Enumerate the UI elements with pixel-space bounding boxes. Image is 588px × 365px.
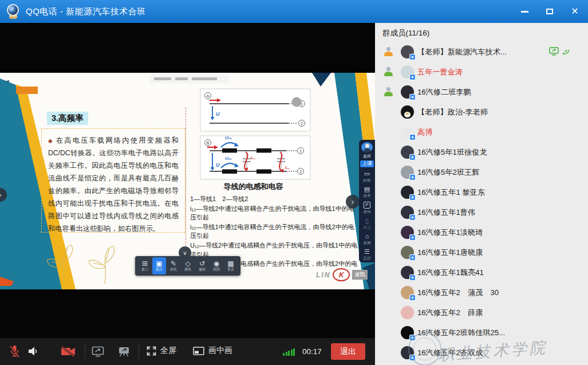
member-row[interactable]: 【老师】政治-李老师	[375, 102, 588, 122]
signal-strength-icon	[283, 348, 295, 356]
video-badge-icon	[409, 355, 416, 361]
screen-share-button[interactable]	[92, 346, 104, 359]
member-row[interactable]: 16汽修二班李鹏	[375, 82, 588, 102]
svg-text:2: 2	[301, 121, 303, 126]
avatar	[401, 65, 414, 79]
video-badge-icon	[409, 54, 416, 60]
slide-header-tab	[150, 74, 229, 83]
pip-button[interactable]: 画中画	[193, 346, 232, 356]
avatar	[401, 45, 414, 58]
video-badge-icon	[409, 234, 416, 241]
video-badge-icon	[409, 295, 416, 301]
member-row[interactable]: 16汽修五年2齐双成	[375, 343, 588, 363]
avatar	[401, 246, 414, 259]
legend-line: 1—导线1 2—导线2	[190, 195, 358, 204]
annot-eraser-button[interactable]: ◇擦除	[181, 257, 195, 274]
camera-icon: ◉	[214, 260, 219, 267]
member-row[interactable]: 16汽修五年1 黎亚东	[375, 182, 588, 202]
member-row[interactable]: 16汽修五年1唐晓康	[375, 242, 588, 262]
sidebar-item-stage[interactable]: ▯展台	[363, 218, 371, 230]
svg-text:U₁₂: U₁₂	[225, 156, 232, 161]
slide-paragraph: 在高电压车载网络内使用变频器和DC/DC转换器。这些功率电子电路以高开关频率工作…	[48, 136, 179, 233]
teacher-avatar	[361, 142, 373, 152]
member-row[interactable]: 高博	[375, 122, 588, 142]
speaking-icon	[562, 47, 570, 56]
next-page-chevron[interactable]: ›	[346, 195, 360, 209]
link-lingkai-logo: LIN K 凌凯	[316, 268, 368, 281]
avatar	[401, 166, 414, 179]
avatar	[401, 306, 414, 319]
maximize-button[interactable]	[541, 4, 558, 19]
members-list: 【老师】新能源汽车技术... 五年一曹金涛	[375, 42, 588, 363]
member-row[interactable]: 16汽修5年2班王辉	[375, 162, 588, 182]
annotation-toolbar: ⊞窗口 ▣批注 ✎画笔 ◇擦除 ↺撤销 ◉截图 ▦更多	[135, 256, 240, 276]
member-row[interactable]: 16汽修五年2 蒲茂 30	[375, 282, 588, 303]
member-row[interactable]: 五年一曹金涛	[375, 62, 588, 82]
member-row[interactable]: 【老师】新能源汽车技术...	[375, 42, 588, 62]
fullscreen-button[interactable]: 全屏	[147, 346, 176, 356]
avatar	[401, 85, 414, 99]
diagram-caption: 导线的电感和电容	[192, 182, 315, 192]
member-row[interactable]: 16汽修五年2班韩佳琪25...	[375, 323, 588, 343]
sidebar-item-textbook[interactable]: ▤课本	[363, 186, 371, 199]
undo-icon: ↺	[199, 260, 205, 267]
teacher-label: 老师	[363, 154, 371, 159]
video-badge-icon	[409, 194, 416, 201]
annot-screenshot-button[interactable]: ◉截图	[210, 257, 223, 274]
avatar	[401, 105, 414, 119]
close-button[interactable]: ✕	[566, 4, 583, 19]
courseware-icon: P	[364, 202, 370, 209]
avatar	[401, 206, 414, 219]
member-row[interactable]: 16汽修五年1曹伟	[375, 202, 588, 222]
svg-text:2: 2	[299, 169, 302, 174]
logo-k-mark: K	[333, 268, 350, 281]
svg-text:U₂₁: U₂₁	[225, 135, 232, 140]
exit-button[interactable]: 退出	[331, 343, 365, 360]
video-badge-icon	[409, 94, 416, 100]
annot-undo-button[interactable]: ↺撤销	[195, 257, 209, 274]
avatar	[401, 125, 414, 139]
member-row[interactable]: 16汽修五年1淡晓琦	[375, 222, 588, 242]
sidebar-item-whiteboard[interactable]: ▭白板	[363, 171, 371, 183]
member-status-icon	[384, 47, 393, 56]
annot-more-button[interactable]: ▦更多	[224, 257, 238, 274]
start-class-button[interactable]: 上课	[360, 160, 374, 167]
video-badge-icon	[409, 134, 416, 140]
svg-text:1: 1	[299, 148, 302, 154]
shared-screen-area: 3.高频率 ◆在高电压车载网络内使用变频器和DC/DC转换器。这些功率电子电路以…	[0, 23, 375, 338]
speaker-button[interactable]	[27, 346, 38, 359]
fullscreen-icon	[147, 346, 156, 356]
camera-off-button[interactable]	[61, 346, 76, 359]
member-row[interactable]: 16汽修5年1班徐俊龙	[375, 142, 588, 162]
video-badge-icon	[409, 335, 416, 341]
whiteboard-icon: ▭	[364, 171, 370, 177]
window-title: QQ电话 - 新能源汽车技术合班	[26, 6, 146, 17]
presenter-button[interactable]	[118, 346, 130, 359]
avatar	[401, 266, 414, 279]
svg-text:A: A	[206, 93, 209, 99]
member-row[interactable]: 16汽修五年2 薛康	[375, 303, 588, 323]
video-badge-icon	[409, 174, 416, 180]
microphone-muted-button[interactable]	[9, 345, 20, 360]
legend-line: i₁₂—导线2中通过电容耦合产生的干扰电流，由导线1中的电压引起	[190, 205, 358, 222]
minimize-button[interactable]	[516, 4, 533, 19]
avatar	[401, 286, 414, 299]
avatar	[401, 226, 414, 239]
annot-pen-button[interactable]: ✎画笔	[167, 257, 180, 274]
video-badge-icon	[409, 74, 416, 80]
circuit-diagrams: A 1 U 2 B	[189, 87, 361, 180]
member-row[interactable]: 16汽修五年1魏亮41	[375, 262, 588, 282]
avatar	[401, 326, 414, 339]
svg-text:i₂₁: i₂₁	[251, 155, 255, 160]
bullet-icon: ◆	[48, 138, 54, 144]
sidebar-item-desktop[interactable]: ⌂桌面	[363, 233, 371, 246]
sidebar-item-more[interactable]: ☰总控	[363, 249, 371, 261]
qq-call-window: QQ电话 - 新能源汽车技术合班 ✕ 3.高频率	[0, 0, 588, 365]
svg-text:B: B	[206, 140, 209, 146]
sidebar-item-courseware[interactable]: P课件	[363, 202, 371, 215]
slide-text-box: ◆在高电压车载网络内使用变频器和DC/DC转换器。这些功率电子电路以高开关频率工…	[41, 128, 186, 233]
annot-window-button[interactable]: ⊞窗口	[138, 257, 152, 274]
svg-text:U: U	[216, 162, 220, 168]
annot-select-button[interactable]: ▣批注	[152, 257, 166, 274]
avatar	[401, 346, 414, 359]
